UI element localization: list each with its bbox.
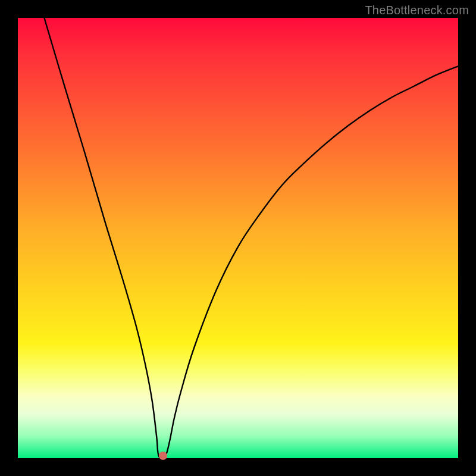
plot-area	[18, 18, 458, 458]
optimum-marker	[159, 452, 167, 460]
bottleneck-curve	[18, 18, 458, 458]
watermark-text: TheBottleneck.com	[365, 4, 469, 17]
chart-frame: TheBottleneck.com	[0, 0, 476, 476]
